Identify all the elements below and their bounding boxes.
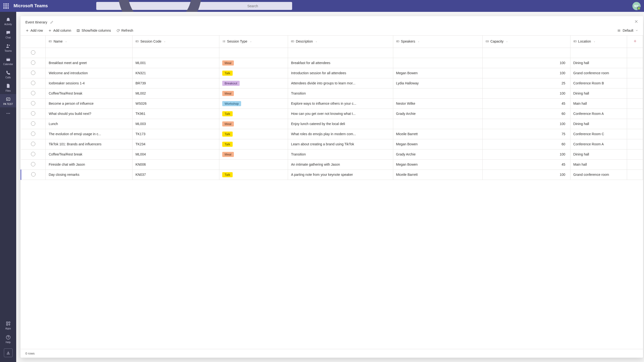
cell-capacity[interactable]: 100 <box>482 149 570 159</box>
cell-session-code[interactable]: KN037 <box>132 170 219 180</box>
cell-speakers[interactable]: Grady Archie <box>393 149 482 159</box>
cell-session-type[interactable]: Meal <box>219 149 288 159</box>
cell-capacity[interactable]: 100 <box>482 58 570 68</box>
cell-name[interactable]: Day closing remarks <box>46 170 132 180</box>
cell-session-type[interactable]: Meal <box>219 88 288 98</box>
table-row[interactable]: Lunch ML003 Meal Enjoy lunch catered by … <box>21 119 643 129</box>
rail-item-activity[interactable]: Activity <box>0 14 16 28</box>
col-speakers[interactable]: Speakers⌄ <box>393 36 482 48</box>
table-row[interactable]: The evolution of emoji usage in c... TK1… <box>21 129 643 139</box>
cell-description[interactable]: Transition <box>288 88 393 98</box>
cell-description[interactable]: Breakfast for all attendees <box>288 58 393 68</box>
cell-session-type[interactable]: Talk <box>219 129 288 139</box>
search-input[interactable] <box>248 4 290 8</box>
cell-description[interactable]: Enjoy lunch catered by the local deli <box>288 119 393 129</box>
row-selector[interactable] <box>31 60 35 65</box>
cell-session-type[interactable]: Talk <box>219 108 288 119</box>
table-row[interactable]: Breakfast meet and greet ML001 Meal Brea… <box>21 58 643 68</box>
cell-capacity[interactable]: 60 <box>482 139 570 149</box>
row-selector[interactable] <box>31 50 35 55</box>
cell-capacity[interactable]: 25 <box>482 78 570 88</box>
close-icon[interactable] <box>634 20 638 25</box>
cell-name[interactable]: Fireside chat with Jason <box>46 159 132 170</box>
cell-speakers[interactable] <box>393 58 482 68</box>
table-row[interactable]: Welcome and introduction KN321 Talk Intr… <box>21 68 643 78</box>
cell-description[interactable]: Learn about creating a brand using TikTo… <box>288 139 393 149</box>
row-selector[interactable] <box>31 162 35 166</box>
rail-item-apps[interactable]: Apps <box>0 318 16 332</box>
cell-location[interactable]: Dining hall <box>570 119 627 129</box>
table-row[interactable]: Day closing remarks KN037 Talk A parting… <box>21 170 643 180</box>
cell-session-code[interactable]: ML001 <box>132 58 219 68</box>
cell-session-type[interactable]: Talk <box>219 139 288 149</box>
cell-capacity[interactable]: 60 <box>482 108 570 119</box>
cell-capacity[interactable]: 100 <box>482 119 570 129</box>
table-row[interactable]: TikTok 101: Brands and influencers TK234… <box>21 139 643 149</box>
cell-session-code[interactable]: TK173 <box>132 129 219 139</box>
add-row-button[interactable]: Add row <box>26 28 43 32</box>
cell-name[interactable]: Coffee/Tea/Rest break <box>46 88 132 98</box>
cell-capacity[interactable]: 45 <box>482 159 570 170</box>
cell-session-code[interactable]: KN006 <box>132 159 219 170</box>
cell-speakers[interactable]: Megan Bowen <box>393 68 482 78</box>
cell-name[interactable]: TikTok 101: Brands and influencers <box>46 139 132 149</box>
rail-item-files[interactable]: Files <box>0 81 16 94</box>
cell-session-code[interactable]: TK234 <box>132 139 219 149</box>
cell-capacity[interactable]: 45 <box>482 98 570 108</box>
cell-session-code[interactable]: TK961 <box>132 108 219 119</box>
row-selector[interactable] <box>31 152 35 156</box>
rail-item-patest[interactable]: PA TEST <box>0 94 16 107</box>
rail-item-more[interactable] <box>0 107 16 120</box>
cell-speakers[interactable]: Grady Archie <box>393 108 482 119</box>
cell-description[interactable]: What roles do emojis play in modern com.… <box>288 129 393 139</box>
search-box[interactable] <box>96 2 292 10</box>
row-selector[interactable] <box>31 142 35 146</box>
cell-description[interactable]: Attendees divide into groups to learn mo… <box>288 78 393 88</box>
cell-name[interactable]: What should you build next? <box>46 108 132 119</box>
table-row[interactable]: Coffee/Tea/Rest break ML004 Meal Transit… <box>21 149 643 159</box>
cell-capacity[interactable]: 100 <box>482 68 570 78</box>
rail-item-calendar[interactable]: Calendar <box>0 54 16 68</box>
cell-session-code[interactable]: WS026 <box>132 98 219 108</box>
add-column-icon-button[interactable] <box>627 36 643 48</box>
col-session-type[interactable]: Session Type⌄ <box>219 36 288 48</box>
cell-location[interactable]: Grand conference room <box>570 68 627 78</box>
cell-speakers[interactable]: Lydia Halloway <box>393 78 482 88</box>
edit-icon[interactable] <box>50 20 54 24</box>
table-row[interactable]: Fireside chat with Jason KN006 An intima… <box>21 159 643 170</box>
cell-speakers[interactable]: Megan Bowen <box>393 159 482 170</box>
row-selector[interactable] <box>31 132 35 136</box>
row-selector[interactable] <box>31 111 35 116</box>
cell-location[interactable]: Conference Room A <box>570 108 627 119</box>
table-row[interactable]: Icebreaker sessions 1-4 BR739 Breakout A… <box>21 78 643 88</box>
rail-item-calls[interactable]: Calls <box>0 68 16 81</box>
cell-location[interactable]: Conference Room A <box>570 139 627 149</box>
cell-location[interactable]: Grand conference room <box>570 170 627 180</box>
cell-session-code[interactable]: KN321 <box>132 68 219 78</box>
cell-location[interactable]: Conference Room B <box>570 78 627 88</box>
cell-name[interactable]: Become a person of influence <box>46 98 132 108</box>
col-description[interactable]: Description⌄ <box>288 36 393 48</box>
refresh-button[interactable]: Refresh <box>116 28 133 32</box>
cell-session-code[interactable]: ML004 <box>132 149 219 159</box>
col-capacity[interactable]: Capacity⌄ <box>482 36 570 48</box>
cell-description[interactable]: Explore ways to influence others in your… <box>288 98 393 108</box>
rail-item-chat[interactable]: Chat <box>0 28 16 41</box>
cell-speakers[interactable] <box>393 88 482 98</box>
view-selector[interactable]: Default <box>617 28 638 32</box>
cell-session-code[interactable]: ML002 <box>132 88 219 98</box>
table-row[interactable]: What should you build next? TK961 Talk H… <box>21 108 643 119</box>
row-selector[interactable] <box>31 101 35 106</box>
cell-description[interactable]: A parting note from your keynote speaker <box>288 170 393 180</box>
cell-session-type[interactable]: Meal <box>219 119 288 129</box>
cell-session-code[interactable]: BR739 <box>132 78 219 88</box>
cell-description[interactable]: How can you get over not knowing what t.… <box>288 108 393 119</box>
col-name[interactable]: Name⌄ <box>46 36 132 48</box>
cell-description[interactable]: Transition <box>288 149 393 159</box>
cell-location[interactable]: Conference Room C <box>570 129 627 139</box>
cell-name[interactable]: Coffee/Tea/Rest break <box>46 149 132 159</box>
cell-speakers[interactable] <box>393 119 482 129</box>
table-row[interactable]: Become a person of influence WS026 Works… <box>21 98 643 108</box>
cell-capacity[interactable]: 100 <box>482 88 570 98</box>
cell-speakers[interactable]: Miceile Barrett <box>393 129 482 139</box>
